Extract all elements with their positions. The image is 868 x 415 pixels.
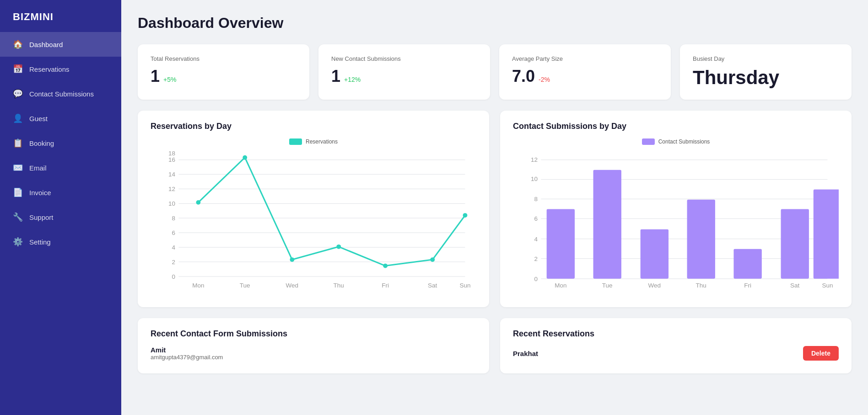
invoice-icon: 📄 [13, 187, 23, 197]
svg-text:16: 16 [168, 156, 175, 163]
svg-text:Thu: Thu [696, 282, 706, 289]
stat-change-contacts: +12% [344, 76, 361, 83]
sidebar-item-contact-submissions[interactable]: 💬 Contact Submissions [0, 81, 121, 106]
svg-text:Wed: Wed [648, 282, 661, 289]
support-icon: 🔧 [13, 212, 23, 222]
sidebar-item-dashboard[interactable]: 🏠 Dashboard [0, 32, 121, 57]
svg-point-25 [430, 257, 435, 262]
stat-value-row-reservations: 1 +5% [151, 67, 297, 86]
svg-text:Fri: Fri [382, 282, 389, 289]
contacts-bar-chart: 0 2 4 6 8 10 12 Mon Tue Wed Thu [513, 149, 839, 294]
svg-text:Mon: Mon [555, 282, 566, 289]
svg-text:Tue: Tue [240, 282, 250, 289]
sidebar-logo: BIZMINI [0, 0, 121, 32]
contact-email-0: amitgupta4379@gmail.com [151, 354, 476, 361]
sidebar-label-guest: Guest [29, 115, 48, 122]
svg-point-20 [196, 200, 200, 205]
stat-label-busiest-day: Busiest Day [693, 55, 839, 62]
svg-point-26 [463, 213, 468, 218]
svg-text:Sun: Sun [459, 282, 470, 289]
svg-text:Tue: Tue [602, 282, 613, 289]
svg-point-24 [383, 264, 388, 268]
settings-icon: ⚙️ [13, 237, 23, 247]
contacts-chart-card: Contact Submissions by Day Contact Submi… [500, 111, 852, 307]
legend-box-purple [642, 138, 655, 145]
stat-value-row-party-size: 7.0 -2% [512, 67, 658, 86]
reservations-chart-title: Reservations by Day [151, 122, 476, 131]
stat-label-contacts: New Contact Submissions [331, 55, 477, 62]
main-content: Dashboard Overview Total Reservations 1 … [121, 0, 868, 415]
page-title: Dashboard Overview [138, 15, 852, 32]
svg-text:4: 4 [534, 236, 538, 243]
home-icon: 🏠 [13, 39, 23, 49]
sidebar-item-support[interactable]: 🔧 Support [0, 205, 121, 229]
svg-text:12: 12 [531, 156, 538, 163]
svg-text:6: 6 [172, 229, 175, 236]
svg-text:10: 10 [168, 200, 175, 207]
recent-reservations-card: Recent Reservations Prakhat Delete [500, 318, 852, 373]
reservations-chart-legend: Reservations [151, 138, 476, 145]
sidebar-label-booking: Booking [29, 139, 54, 147]
sidebar-label-invoice: Invoice [29, 189, 51, 197]
svg-text:6: 6 [534, 215, 538, 222]
svg-text:Sat: Sat [790, 282, 800, 289]
svg-text:Fri: Fri [744, 282, 751, 289]
stat-card-reservations: Total Reservations 1 +5% [138, 44, 309, 100]
sidebar-item-setting[interactable]: ⚙️ Setting [0, 229, 121, 254]
svg-point-23 [336, 245, 341, 249]
svg-text:Sat: Sat [428, 282, 437, 289]
svg-point-22 [290, 257, 294, 262]
sidebar-item-reservations[interactable]: 📅 Reservations [0, 57, 121, 81]
sidebar-label-contact-submissions: Contact Submissions [29, 90, 94, 98]
contacts-chart-title: Contact Submissions by Day [513, 122, 839, 131]
calendar-icon: 📅 [13, 64, 23, 74]
contacts-chart-legend: Contact Submissions [513, 138, 839, 145]
svg-text:8: 8 [534, 196, 538, 202]
sidebar-item-email[interactable]: ✉️ Email [0, 155, 121, 180]
chat-icon: 💬 [13, 89, 23, 99]
sidebar-label-email: Email [29, 164, 47, 172]
svg-rect-48 [547, 209, 575, 279]
stat-card-party-size: Average Party Size 7.0 -2% [499, 44, 671, 100]
reservations-line-chart: 0 2 4 6 8 10 12 14 16 18 20 [151, 149, 476, 294]
sidebar-item-booking[interactable]: 📋 Booking [0, 131, 121, 155]
svg-text:0: 0 [172, 273, 175, 280]
stat-label-reservations: Total Reservations [151, 55, 297, 62]
contacts-legend-label: Contact Submissions [658, 138, 710, 145]
svg-rect-54 [814, 190, 839, 279]
stat-change-reservations: +5% [163, 76, 176, 83]
svg-text:Sun: Sun [822, 282, 833, 289]
svg-rect-49 [593, 170, 621, 279]
delete-button[interactable]: Delete [803, 346, 839, 361]
stat-value-contacts: 1 [331, 67, 340, 86]
svg-point-21 [243, 155, 247, 160]
svg-text:12: 12 [168, 186, 175, 192]
sidebar-label-support: Support [29, 213, 54, 221]
sidebar: BIZMINI 🏠 Dashboard 📅 Reservations 💬 Con… [0, 0, 121, 415]
stats-row: Total Reservations 1 +5% New Contact Sub… [138, 44, 852, 100]
stat-value-party-size: 7.0 [512, 67, 535, 86]
sidebar-item-guest[interactable]: 👤 Guest [0, 106, 121, 131]
svg-rect-51 [687, 200, 715, 279]
svg-rect-53 [781, 209, 809, 279]
svg-text:2: 2 [172, 259, 175, 266]
sidebar-label-setting: Setting [29, 238, 51, 246]
svg-text:Mon: Mon [192, 282, 204, 289]
busiest-day-value: Thursday [693, 67, 839, 89]
sidebar-item-invoice[interactable]: 📄 Invoice [0, 180, 121, 205]
user-icon: 👤 [13, 113, 23, 123]
bottom-row: Recent Contact Form Submissions Amit ami… [138, 318, 852, 373]
legend-box-teal [289, 138, 302, 145]
recent-contacts-card: Recent Contact Form Submissions Amit ami… [138, 318, 489, 373]
booking-icon: 📋 [13, 138, 23, 148]
stat-card-contacts: New Contact Submissions 1 +12% [318, 44, 490, 100]
sidebar-label-reservations: Reservations [29, 65, 70, 73]
reservations-legend-label: Reservations [306, 138, 338, 145]
svg-text:Thu: Thu [334, 282, 344, 289]
contact-entry-0: Amit amitgupta4379@gmail.com [151, 346, 476, 361]
svg-rect-50 [641, 229, 669, 279]
contact-name-0: Amit [151, 346, 476, 354]
reservation-name-0: Prakhat [513, 350, 538, 357]
sidebar-nav: 🏠 Dashboard 📅 Reservations 💬 Contact Sub… [0, 32, 121, 254]
charts-row: Reservations by Day Reservations 0 2 4 [138, 111, 852, 307]
